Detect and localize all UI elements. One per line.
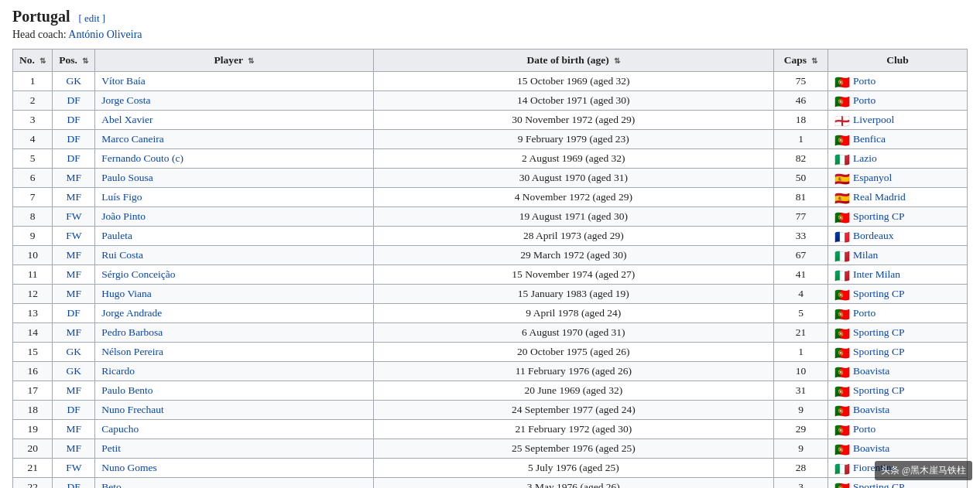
club-flag: 🇵🇹 <box>834 135 850 145</box>
cell-club: 🇫🇷Bordeaux <box>828 227 968 246</box>
col-header-no[interactable]: No. ⇅ <box>13 49 53 72</box>
cell-caps: 9 <box>774 439 828 459</box>
cell-dob: 30 August 1970 (aged 31) <box>373 169 773 188</box>
cell-player: Pedro Barbosa <box>95 323 373 343</box>
cell-pos: MF <box>53 285 95 304</box>
cell-dob: 11 February 1976 (aged 26) <box>373 362 773 381</box>
cell-caps: 1 <box>774 130 828 149</box>
cell-caps: 75 <box>774 72 828 91</box>
club-flag: 🇵🇹 <box>834 212 850 222</box>
cell-dob: 15 October 1969 (aged 32) <box>373 72 773 91</box>
table-row: 2DFJorge Costa14 October 1971 (aged 30)4… <box>13 91 968 111</box>
col-header-player[interactable]: Player ⇅ <box>95 49 373 72</box>
table-header-row: No. ⇅ Pos. ⇅ Player ⇅ Date of birth (age… <box>13 49 968 72</box>
table-row: 18DFNuno Frechaut24 September 1977 (aged… <box>13 401 968 420</box>
table-row: 17MFPaulo Bento20 June 1969 (aged 32)31🇵… <box>13 381 968 401</box>
cell-caps: 46 <box>774 91 828 111</box>
cell-player: João Pinto <box>95 207 373 227</box>
head-coach-name-link[interactable]: António Oliveira <box>68 29 142 40</box>
col-header-caps[interactable]: Caps ⇅ <box>774 49 828 72</box>
page-title: Portugal [ edit ] <box>12 8 968 26</box>
club-flag: 🇫🇷 <box>834 231 850 241</box>
table-row: 14MFPedro Barbosa6 August 1970 (aged 31)… <box>13 323 968 343</box>
sort-icon-no: ⇅ <box>39 56 46 65</box>
cell-club: 🇵🇹Porto <box>828 91 968 111</box>
cell-no: 6 <box>13 169 53 188</box>
cell-club: 🇵🇹Boavista <box>828 439 968 459</box>
cell-dob: 9 February 1979 (aged 23) <box>373 130 773 149</box>
club-flag: 🏴󠁧󠁢󠁥󠁮󠁧󠁿 <box>834 115 850 125</box>
cell-no: 12 <box>13 285 53 304</box>
cell-club: 🇵🇹Boavista <box>828 401 968 420</box>
cell-club: 🇵🇹Sporting CP <box>828 343 968 362</box>
cell-club: 🇵🇹Sporting CP <box>828 207 968 227</box>
cell-no: 10 <box>13 246 53 265</box>
cell-player: Nuno Frechaut <box>95 401 373 420</box>
cell-dob: 29 March 1972 (aged 30) <box>373 246 773 265</box>
club-flag: 🇵🇹 <box>834 425 850 435</box>
cell-caps: 33 <box>774 227 828 246</box>
cell-pos: FW <box>53 207 95 227</box>
edit-link[interactable]: [ edit ] <box>78 12 105 24</box>
club-flag: 🇵🇹 <box>834 77 850 87</box>
cell-pos: DF <box>53 130 95 149</box>
club-flag: 🇮🇹 <box>834 463 850 473</box>
cell-pos: MF <box>53 169 95 188</box>
cell-pos: DF <box>53 149 95 169</box>
cell-caps: 4 <box>774 285 828 304</box>
cell-player: Marco Caneira <box>95 130 373 149</box>
cell-pos: DF <box>53 401 95 420</box>
club-flag: 🇵🇹 <box>834 386 850 396</box>
cell-dob: 15 November 1974 (aged 27) <box>373 265 773 285</box>
cell-caps: 21 <box>774 323 828 343</box>
cell-dob: 25 September 1976 (aged 25) <box>373 439 773 459</box>
cell-dob: 3 May 1976 (aged 26) <box>373 478 773 489</box>
cell-no: 15 <box>13 343 53 362</box>
club-flag: 🇮🇹 <box>834 154 850 164</box>
cell-no: 1 <box>13 72 53 91</box>
cell-caps: 18 <box>774 111 828 130</box>
cell-no: 21 <box>13 459 53 478</box>
table-row: 16GKRicardo11 February 1976 (aged 26)10🇵… <box>13 362 968 381</box>
col-header-pos[interactable]: Pos. ⇅ <box>53 49 95 72</box>
cell-club: 🇵🇹Porto <box>828 304 968 323</box>
cell-no: 19 <box>13 420 53 439</box>
cell-club: 🇮🇹Milan <box>828 246 968 265</box>
table-row: 21FWNuno Gomes5 July 1976 (aged 25)28🇮🇹F… <box>13 459 968 478</box>
cell-no: 3 <box>13 111 53 130</box>
cell-no: 17 <box>13 381 53 401</box>
cell-player: Paulo Bento <box>95 381 373 401</box>
cell-dob: 21 February 1972 (aged 30) <box>373 420 773 439</box>
cell-club: 🇵🇹Sporting CP <box>828 478 968 489</box>
cell-pos: MF <box>53 439 95 459</box>
cell-club: 🇪🇸Espanyol <box>828 169 968 188</box>
cell-pos: MF <box>53 420 95 439</box>
cell-no: 2 <box>13 91 53 111</box>
cell-caps: 31 <box>774 381 828 401</box>
cell-club: 🇮🇹Lazio <box>828 149 968 169</box>
cell-club: 🇵🇹Sporting CP <box>828 323 968 343</box>
cell-pos: DF <box>53 91 95 111</box>
col-header-dob[interactable]: Date of birth (age) ⇅ <box>373 49 773 72</box>
club-flag: 🇵🇹 <box>834 444 850 454</box>
club-flag: 🇪🇸 <box>834 173 850 183</box>
cell-player: Ricardo <box>95 362 373 381</box>
cell-caps: 81 <box>774 188 828 207</box>
cell-caps: 9 <box>774 401 828 420</box>
table-row: 19MFCapucho21 February 1972 (aged 30)29🇵… <box>13 420 968 439</box>
cell-player: Nuno Gomes <box>95 459 373 478</box>
cell-dob: 14 October 1971 (aged 30) <box>373 91 773 111</box>
cell-caps: 10 <box>774 362 828 381</box>
cell-no: 18 <box>13 401 53 420</box>
cell-dob: 6 August 1970 (aged 31) <box>373 323 773 343</box>
club-flag: 🇵🇹 <box>834 405 850 415</box>
cell-caps: 77 <box>774 207 828 227</box>
club-flag: 🇵🇹 <box>834 96 850 106</box>
cell-no: 16 <box>13 362 53 381</box>
cell-club: 🇵🇹Boavista <box>828 362 968 381</box>
cell-player: Fernando Couto (c) <box>95 149 373 169</box>
cell-pos: DF <box>53 304 95 323</box>
cell-player: Capucho <box>95 420 373 439</box>
cell-no: 9 <box>13 227 53 246</box>
sort-icon-dob: ⇅ <box>614 56 620 65</box>
